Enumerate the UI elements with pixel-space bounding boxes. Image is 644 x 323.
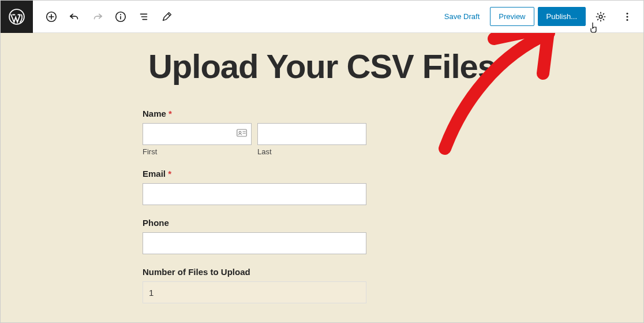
svg-point-9 (239, 131, 241, 133)
editor-toolbar: Save Draft Preview Publish... (1, 1, 643, 33)
page-title[interactable]: Upload Your CSV Files (1, 33, 643, 86)
publish-button[interactable]: Publish... (538, 7, 586, 26)
first-name-input[interactable] (143, 123, 252, 145)
files-count-input[interactable] (143, 281, 366, 303)
phone-label: Phone (143, 218, 366, 228)
redo-button[interactable] (86, 5, 109, 28)
save-draft-button[interactable]: Save Draft (437, 8, 486, 25)
more-options-button[interactable] (616, 5, 639, 28)
files-label: Number of Files to Upload (143, 267, 366, 277)
email-label-text: Email (143, 169, 166, 179)
phone-input[interactable] (143, 232, 366, 254)
svg-point-7 (626, 18, 628, 20)
wordpress-icon (9, 9, 25, 25)
form-block: Name * First L (143, 109, 366, 303)
first-sublabel: First (143, 147, 252, 156)
settings-button[interactable] (589, 5, 612, 28)
required-mark: * (168, 169, 171, 179)
editor-canvas: Upload Your CSV Files Name * (1, 33, 643, 322)
svg-point-6 (626, 16, 628, 17)
last-sublabel: Last (257, 147, 366, 156)
last-name-input[interactable] (257, 123, 366, 145)
files-count-field: Number of Files to Upload (143, 267, 366, 303)
svg-point-3 (120, 14, 121, 15)
plus-circle-icon (45, 10, 58, 23)
info-button[interactable] (109, 5, 132, 28)
edit-button[interactable] (155, 5, 178, 28)
list-icon (137, 10, 150, 23)
redo-icon (91, 10, 104, 23)
name-label-text: Name (143, 109, 166, 118)
preview-button[interactable]: Preview (490, 7, 534, 26)
name-label: Name * (143, 109, 366, 118)
wordpress-logo[interactable] (1, 1, 33, 33)
svg-rect-8 (237, 129, 247, 136)
undo-icon (68, 10, 81, 23)
email-input[interactable] (143, 183, 366, 205)
svg-point-5 (626, 12, 628, 14)
kebab-icon (621, 10, 634, 23)
toolbar-right: Save Draft Preview Publish... (437, 5, 639, 28)
required-mark: * (169, 109, 172, 118)
name-field: Name * First L (143, 109, 366, 156)
pencil-icon (160, 10, 173, 23)
gear-icon (594, 10, 607, 23)
add-block-button[interactable] (40, 5, 63, 28)
contact-card-icon (237, 129, 247, 139)
svg-point-4 (599, 15, 602, 18)
undo-button[interactable] (63, 5, 86, 28)
email-label: Email * (143, 169, 366, 179)
phone-field: Phone (143, 218, 366, 254)
email-field: Email * (143, 169, 366, 205)
toolbar-left (1, 1, 178, 32)
list-view-button[interactable] (132, 5, 155, 28)
info-icon (114, 10, 127, 23)
